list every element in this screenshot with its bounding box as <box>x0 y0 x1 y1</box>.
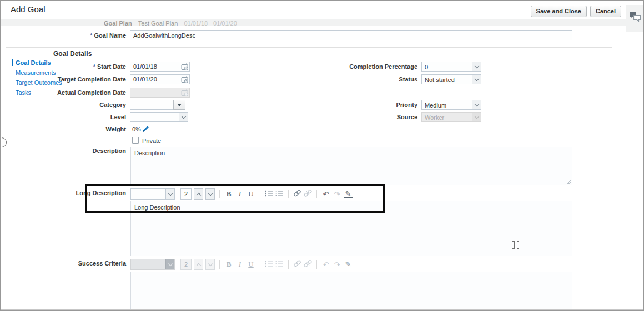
goal-name-input[interactable] <box>130 30 572 40</box>
actual-completion-date-label: Actual Completion Date <box>57 89 126 96</box>
chevron-down-icon <box>165 259 174 269</box>
calendar-icon[interactable] <box>181 76 188 84</box>
font-size-down-button-disabled <box>205 259 215 270</box>
success-criteria-toolbar: 2 B I U ↶ ↷ ✎ <box>130 258 353 271</box>
private-checkbox[interactable] <box>132 137 139 144</box>
redo-button-disabled: ↷ <box>333 261 341 269</box>
bold-button-disabled: B <box>224 260 233 269</box>
sidebar-item-goal-details[interactable]: Goal Details <box>16 59 51 66</box>
completion-percentage-label: Completion Percentage <box>349 63 417 70</box>
font-size-up-button[interactable] <box>194 188 203 200</box>
status-select[interactable]: Not started <box>421 74 481 84</box>
numbered-list-button[interactable] <box>275 189 284 199</box>
description-textarea[interactable]: Description <box>130 147 572 185</box>
background-goal-plan-text: Goal Plan Test Goal Plan 01/01/18 - 01/0… <box>104 20 237 26</box>
italic-button-disabled: I <box>235 260 244 269</box>
chevron-down-icon <box>165 189 174 199</box>
underline-button[interactable]: U <box>246 190 255 198</box>
window-bottom-edge <box>1 309 643 310</box>
italic-button[interactable]: I <box>235 190 244 198</box>
long-description-label: Long Description <box>76 190 126 196</box>
goal-name-label: *Goal Name <box>90 32 126 39</box>
font-size-up-button-disabled <box>194 259 203 270</box>
undo-button-disabled: ↶ <box>321 261 330 269</box>
chevron-down-icon[interactable] <box>179 113 188 121</box>
start-date-input[interactable]: 01/01/18 <box>130 62 190 72</box>
remove-link-button <box>304 189 312 199</box>
dropdown-triangle-icon <box>177 104 182 106</box>
chevron-down-icon[interactable] <box>472 75 481 84</box>
sidebar-item-target-outcomes[interactable]: Target Outcomes <box>16 79 62 86</box>
target-completion-date-input[interactable]: 01/01/20 <box>130 74 190 84</box>
font-family-select[interactable] <box>130 188 175 200</box>
rich-text-mode-pencil-icon[interactable]: ✎ <box>344 190 353 198</box>
description-label: Description <box>92 147 126 154</box>
splitter-line <box>2 26 2 309</box>
source-select: Worker <box>421 112 481 122</box>
completion-percentage-select[interactable]: 0 <box>421 62 481 72</box>
panel-collapse-handle[interactable] <box>2 137 7 147</box>
level-select[interactable] <box>130 112 188 122</box>
source-label: Source <box>397 114 417 120</box>
header-separator <box>6 47 612 48</box>
priority-label: Priority <box>396 101 417 108</box>
header-button-bar: Save and Close Cancel <box>531 6 621 17</box>
save-and-close-button[interactable]: Save and Close <box>531 6 587 17</box>
insert-link-button-disabled <box>293 259 301 269</box>
success-criteria-editor-area <box>130 272 572 311</box>
category-input[interactable] <box>130 100 173 110</box>
font-size-down-button[interactable] <box>205 188 215 200</box>
underline-button-disabled: U <box>246 260 255 269</box>
long-description-toolbar: 2 B I U ↶ ↷ ✎ <box>130 187 353 201</box>
mouse-ibeam-cursor <box>511 241 516 249</box>
active-nav-indicator <box>12 59 13 66</box>
weight-label: Weight <box>106 126 126 132</box>
start-date-label: *Start Date <box>93 63 126 70</box>
rich-text-mode-pencil-icon: ✎ <box>344 261 353 268</box>
chevron-down-icon[interactable] <box>472 62 481 71</box>
sidebar-item-tasks[interactable]: Tasks <box>16 89 31 96</box>
numbered-list-button-disabled <box>275 259 284 269</box>
resize-grip-icon[interactable] <box>566 179 571 184</box>
section-title: Goal Details <box>53 50 92 58</box>
font-size-value-disabled: 2 <box>180 259 192 270</box>
category-label: Category <box>99 101 126 108</box>
long-description-text: Long Description <box>134 204 180 211</box>
font-family-select-disabled <box>130 259 175 270</box>
page-title: Add Goal <box>11 4 46 14</box>
conversation-icon[interactable] <box>628 11 642 24</box>
sidebar-item-measurements[interactable]: Measurements <box>16 69 56 76</box>
success-criteria-label: Success Criteria <box>78 260 126 267</box>
level-label: Level <box>110 114 126 120</box>
bold-button[interactable]: B <box>224 190 233 198</box>
chevron-down-icon <box>472 113 481 121</box>
target-completion-date-label: Target Completion Date <box>58 76 126 83</box>
font-size-value[interactable]: 2 <box>180 188 192 200</box>
redo-button: ↷ <box>333 190 341 198</box>
add-goal-dialog: Add Goal Save and Close Cancel Goal Plan… <box>0 0 644 311</box>
bullet-list-button[interactable] <box>265 189 273 199</box>
actual-completion-date-input <box>130 88 190 98</box>
category-dropdown-button[interactable] <box>173 100 185 110</box>
private-label: Private <box>142 137 161 144</box>
calendar-icon[interactable] <box>181 63 188 72</box>
bullet-list-button-disabled <box>265 259 273 269</box>
weight-value: 0% <box>132 126 141 132</box>
calendar-icon-disabled <box>181 89 188 98</box>
status-label: Status <box>399 76 417 83</box>
remove-link-button-disabled <box>304 259 312 269</box>
long-description-editor-area[interactable]: Long Description <box>130 201 572 256</box>
priority-select[interactable]: Medium <box>421 100 481 110</box>
cancel-button[interactable]: Cancel <box>590 6 621 17</box>
side-icon-panel <box>626 5 644 32</box>
edit-weight-pencil-icon[interactable] <box>142 125 149 135</box>
background-page-strip: Goal Plan Test Goal Plan 01/01/18 - 01/0… <box>1 19 643 26</box>
chevron-down-icon[interactable] <box>472 100 481 109</box>
undo-button[interactable]: ↶ <box>321 190 330 198</box>
insert-link-button[interactable] <box>293 189 301 199</box>
